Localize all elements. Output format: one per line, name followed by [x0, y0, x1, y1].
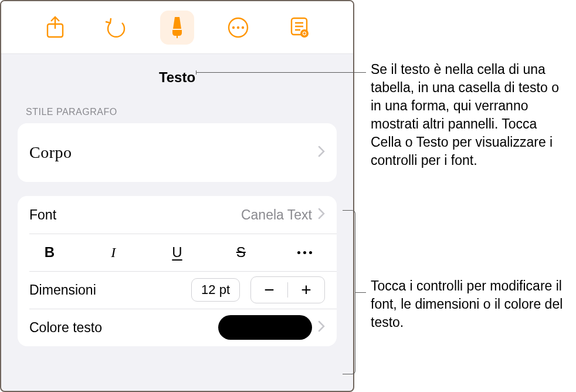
- paragraph-style-value: Corpo: [29, 143, 72, 162]
- callout-top: Se il testo è nella cella di una tabella…: [371, 60, 570, 170]
- size-increment-button[interactable]: +: [288, 277, 324, 303]
- toolbar: [1, 1, 353, 54]
- text-color-row[interactable]: Colore testo: [18, 309, 337, 346]
- font-card: Font Canela Text B I U S Dimensioni: [18, 196, 337, 346]
- svg-point-5: [242, 26, 244, 28]
- ellipsis-icon: [297, 251, 312, 254]
- leader-line: [355, 292, 366, 293]
- chevron-right-icon: [318, 319, 325, 336]
- share-icon: [45, 16, 65, 39]
- chevron-right-icon: [318, 144, 325, 161]
- toolbar-readmode-button[interactable]: [282, 11, 316, 45]
- leader-line: [196, 72, 366, 73]
- toolbar-more-button[interactable]: [221, 11, 255, 45]
- paragraph-style-card: Corpo: [18, 123, 337, 182]
- panel-title: Testo: [1, 54, 353, 96]
- font-label: Font: [29, 207, 56, 223]
- toolbar-format-button[interactable]: [160, 11, 194, 45]
- text-color-swatch[interactable]: [218, 315, 312, 340]
- size-stepper: − +: [250, 276, 325, 303]
- chevron-right-icon: [318, 207, 325, 223]
- toolbar-share-button[interactable]: [38, 11, 72, 45]
- read-mode-icon: [289, 16, 310, 39]
- bold-button[interactable]: B: [18, 236, 82, 269]
- svg-point-12: [303, 32, 306, 35]
- text-color-label: Colore testo: [29, 320, 102, 336]
- more-text-options-button[interactable]: [273, 236, 337, 269]
- svg-point-3: [232, 26, 235, 28]
- leader-tick: [196, 70, 196, 75]
- font-value: Canela Text: [241, 207, 312, 223]
- brush-icon: [167, 16, 188, 39]
- size-value[interactable]: 12 pt: [191, 278, 240, 302]
- svg-point-4: [237, 26, 239, 28]
- italic-button[interactable]: I: [82, 236, 145, 269]
- callout-bracket: [343, 210, 355, 374]
- ellipsis-circle-icon: [226, 16, 250, 39]
- size-decrement-button[interactable]: −: [251, 277, 287, 303]
- font-row[interactable]: Font Canela Text: [18, 196, 337, 234]
- undo-icon: [104, 16, 128, 39]
- strikethrough-button[interactable]: S: [209, 236, 273, 269]
- callout-bottom: Tocca i controlli per modificare il font…: [371, 277, 570, 332]
- paragraph-style-section-label: STILE PARAGRAFO: [1, 96, 353, 123]
- size-label: Dimensioni: [29, 282, 96, 298]
- text-style-row: B I U S: [18, 234, 337, 271]
- underline-button[interactable]: U: [145, 236, 209, 269]
- size-row: Dimensioni 12 pt − +: [18, 271, 337, 309]
- paragraph-style-row[interactable]: Corpo: [18, 123, 337, 182]
- format-panel: Testo STILE PARAGRAFO Corpo Font Canela …: [0, 0, 354, 392]
- toolbar-undo-button[interactable]: [99, 11, 133, 45]
